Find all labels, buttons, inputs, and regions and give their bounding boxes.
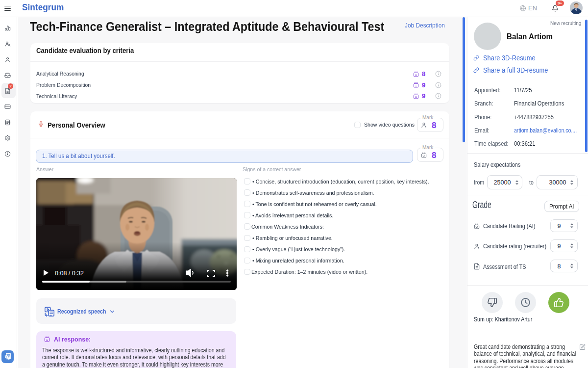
svg-text:0:08 / 0:32: 0:08 / 0:32: [55, 270, 84, 277]
